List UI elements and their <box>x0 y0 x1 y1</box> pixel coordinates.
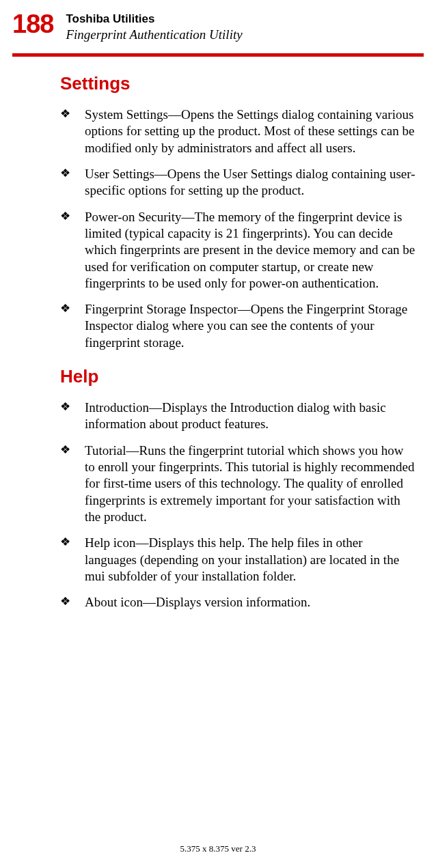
list-item: Fingerprint Storage Inspector—Opens the … <box>60 301 415 351</box>
list-item: System Settings—Opens the Settings dialo… <box>60 107 415 156</box>
page-content: Settings System Settings—Opens the Setti… <box>0 57 436 611</box>
header-titles: Toshiba Utilities Fingerprint Authentica… <box>66 11 242 42</box>
header-title-main: Toshiba Utilities <box>66 12 242 26</box>
page-footer: 5.375 x 8.375 ver 2.3 <box>0 843 436 854</box>
list-item: Tutorial—Runs the fingerprint tutorial w… <box>60 443 415 526</box>
page-number: 188 <box>12 11 53 37</box>
settings-list: System Settings—Opens the Settings dialo… <box>60 107 415 351</box>
section-heading-help: Help <box>60 366 415 387</box>
list-item: About icon—Displays version information. <box>60 594 415 611</box>
page-header: 188 Toshiba Utilities Fingerprint Authen… <box>0 0 436 42</box>
list-item: Introduction—Displays the Introduction d… <box>60 400 415 433</box>
section-heading-settings: Settings <box>60 73 415 94</box>
list-item: Help icon—Displays this help. The help f… <box>60 535 415 585</box>
help-list: Introduction—Displays the Introduction d… <box>60 400 415 611</box>
header-title-sub: Fingerprint Authentication Utility <box>66 27 242 42</box>
list-item: Power-on Security—The memory of the fing… <box>60 209 415 292</box>
list-item: User Settings—Opens the User Settings di… <box>60 166 415 199</box>
